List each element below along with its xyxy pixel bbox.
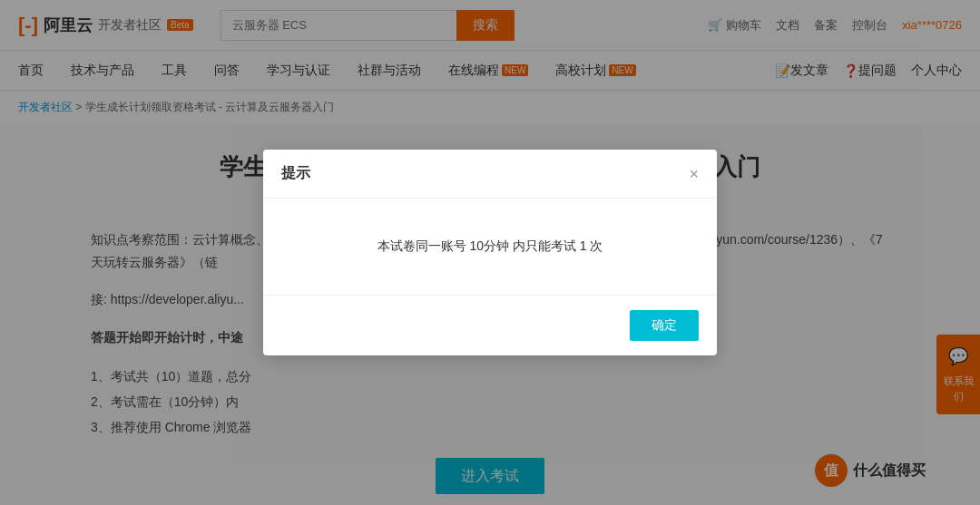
modal-message: 本试卷同一账号 10分钟 内只能考试 1 次 — [281, 235, 699, 257]
modal-dialog: 提示 × 本试卷同一账号 10分钟 内只能考试 1 次 确定 — [263, 150, 717, 354]
modal-footer: 确定 — [263, 295, 717, 355]
modal-overlay: 提示 × 本试卷同一账号 10分钟 内只能考试 1 次 确定 — [0, 0, 980, 505]
close-icon[interactable]: × — [689, 166, 699, 182]
confirm-button[interactable]: 确定 — [630, 310, 699, 341]
modal-title: 提示 — [281, 164, 310, 183]
modal-header: 提示 × — [263, 150, 717, 199]
modal-body: 本试卷同一账号 10分钟 内只能考试 1 次 — [263, 199, 717, 294]
